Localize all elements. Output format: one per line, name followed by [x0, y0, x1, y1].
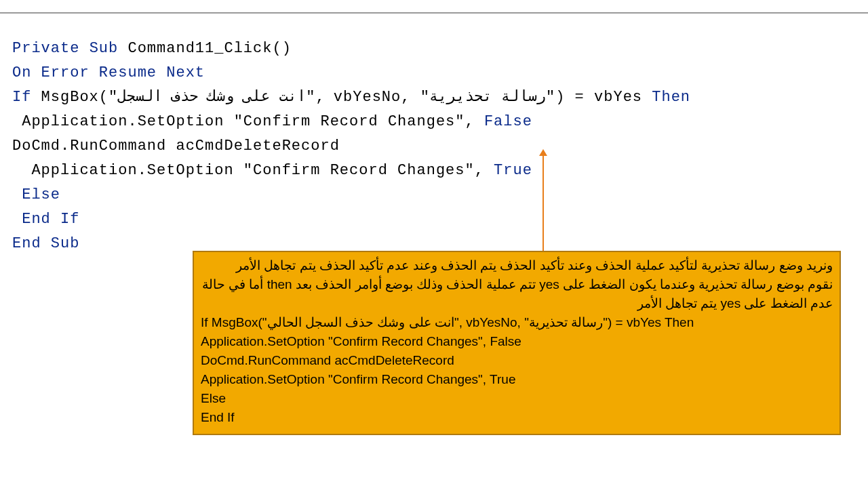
keyword-then: Then — [652, 89, 690, 106]
vba-code-block: Private Sub Command11_Click() On Error R… — [0, 14, 868, 256]
keyword-false: False — [484, 113, 532, 130]
msgbox-tail: ) = vbYes — [555, 89, 652, 106]
keyword-true: True — [494, 162, 532, 179]
code-line-4: Application.SetOption "Confirm Record Ch… — [12, 110, 868, 134]
callout-snippet-2: Application.SetOption "Confirm Record Ch… — [201, 332, 833, 351]
callout-arabic-line-1: ونريد وضع رسالة تحذيرية لتأكيد عملية الح… — [201, 256, 833, 275]
callout-arabic-line-2: نقوم بوضع رسالة تحذيرية وعندما يكون الضغ… — [201, 275, 833, 313]
keyword-if: If — [12, 89, 31, 106]
annotation-arrow — [542, 156, 544, 251]
snip1-c: ") = vbYes Then — [603, 315, 694, 329]
code-line-3: If MsgBox("انت على وشك حذف السجل", vbYes… — [12, 85, 868, 110]
keyword-sub: Sub — [90, 40, 119, 57]
callout-snippet-1: If MsgBox("انت على وشك حذف السجل الحالي"… — [201, 313, 833, 332]
snip1-a: If MsgBox(" — [201, 315, 267, 329]
snip1-b: ", vbYesNo, " — [454, 315, 529, 329]
setoption-false-text: Application.SetOption "Confirm Record Ch… — [12, 113, 484, 130]
snip1-ar1: انت على وشك حذف السجل الحالي — [267, 315, 454, 329]
sub-name: Command11_Click() — [118, 40, 292, 57]
callout-snippet-5: Else — [201, 389, 833, 408]
code-line-7-else: Else — [12, 183, 868, 207]
keyword-private: Private — [12, 40, 79, 57]
code-line-2: On Error Resume Next — [12, 61, 868, 85]
code-line-5: DoCmd.RunCommand acCmdDeleteRecord — [12, 134, 868, 159]
msgbox-call: MsgBox( — [31, 89, 108, 106]
msgbox-arg1-arabic: "انت على وشك حذف السجل" — [108, 89, 315, 106]
snip1-ar2: رسالة تحذيرية — [529, 315, 603, 329]
callout-snippet-4: Application.SetOption "Confirm Record Ch… — [201, 370, 833, 389]
msgbox-arg2-arabic: "رسالة تحذيرية" — [420, 89, 556, 106]
code-line-8-endif: End If — [12, 207, 868, 232]
callout-snippet-6: End If — [201, 408, 833, 427]
code-line-6: Application.SetOption "Confirm Record Ch… — [12, 159, 868, 183]
code-line-1: Private Sub Command11_Click() — [12, 37, 868, 61]
msgbox-mid: , vbYesNo, — [315, 89, 420, 106]
callout-snippet-3: DoCmd.RunCommand acCmdDeleteRecord — [201, 351, 833, 370]
setoption-true-text: Application.SetOption "Confirm Record Ch… — [12, 162, 494, 179]
annotation-callout: ونريد وضع رسالة تحذيرية لتأكيد عملية الح… — [193, 251, 841, 435]
